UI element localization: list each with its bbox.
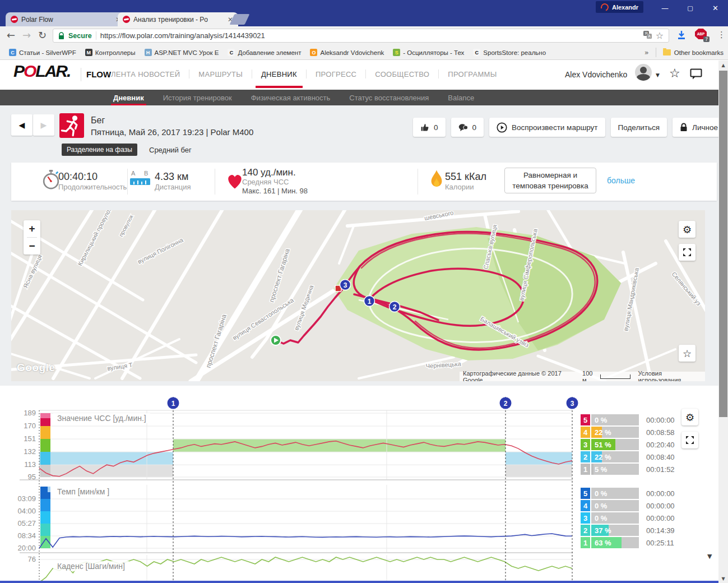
forward-button[interactable]: → bbox=[22, 29, 31, 41]
lock-icon bbox=[680, 123, 688, 132]
nav-item-2[interactable]: ДНЕВНИК bbox=[260, 70, 298, 78]
url-separator bbox=[96, 31, 96, 40]
zoom-in-button[interactable]: + bbox=[24, 220, 40, 237]
profile-badge[interactable]: Alexandr bbox=[596, 1, 643, 13]
nav-item-1[interactable]: МАРШРУТЫ bbox=[197, 70, 244, 78]
bookmark-item-3[interactable]: CДобавление элемент bbox=[223, 48, 305, 57]
bookmark-item-4[interactable]: OAleksandr Vdovichenk bbox=[305, 48, 388, 57]
comment-button[interactable]: 0 bbox=[451, 118, 484, 137]
phase-marker-3[interactable]: 3 bbox=[567, 397, 578, 409]
pace-zone-row-1[interactable]: 163 % bbox=[581, 537, 647, 548]
secure-label: Secure bbox=[68, 32, 92, 40]
scrollbar-down-arrow[interactable]: ▼ bbox=[718, 574, 728, 583]
tab-polar-flow[interactable]: Polar Flow ✕ bbox=[6, 12, 126, 26]
pace-zone-row-4[interactable]: 40 % bbox=[581, 500, 647, 511]
chart-fullscreen-icon[interactable] bbox=[681, 432, 698, 448]
hr-zone-row-4[interactable]: 422 % bbox=[581, 427, 647, 438]
zone-bar: 0 % bbox=[591, 414, 639, 425]
nav-item-5[interactable]: ПРОГРАММЫ bbox=[447, 70, 498, 78]
pace-zone-row-3[interactable]: 30 % bbox=[581, 512, 647, 524]
sub-nav-item-0[interactable]: Дневник bbox=[111, 90, 146, 105]
chart-dropdown-icon[interactable]: ▼ bbox=[707, 553, 712, 560]
chart-settings-gear-icon[interactable]: ⚙ bbox=[681, 409, 698, 425]
other-bookmarks-button[interactable]: Other bookmarks bbox=[674, 49, 724, 56]
bookmarks-overflow-icon[interactable]: » bbox=[640, 48, 653, 57]
map-settings-gear-icon[interactable]: ⚙ bbox=[679, 221, 695, 238]
training-benefit-button[interactable]: Равномерная и темповая тренировка bbox=[504, 168, 596, 193]
nav-item-0[interactable]: ЛЕНТА НОВОСТЕЙ bbox=[110, 70, 181, 78]
maximize-button[interactable]: ▢ bbox=[678, 0, 703, 16]
tab-training-analysis[interactable]: Анализ тренировки - Po ✕ bbox=[118, 12, 238, 26]
chevron-down-icon[interactable]: ▼ bbox=[656, 72, 660, 78]
adblock-count-badge: 7 bbox=[703, 36, 710, 42]
action-buttons: 0 0 Воспроизвести маршрут Поделиться Лич… bbox=[413, 118, 725, 137]
sub-nav-item-2[interactable]: Физическая активность bbox=[249, 90, 333, 105]
translate-icon[interactable]: ЯA bbox=[643, 31, 652, 41]
hr-legend: Значение ЧСС [уд./мин.] bbox=[53, 413, 150, 423]
sub-nav-item-4[interactable]: Balance bbox=[446, 90, 476, 105]
bookmark-favicon: М bbox=[85, 49, 92, 56]
map-canvas[interactable]: 3 1 2 Кирилицький провулокпровулокЯсна в… bbox=[11, 210, 705, 381]
flow-label[interactable]: FLOW bbox=[86, 70, 111, 79]
replay-route-button[interactable]: Воспроизвести маршрут bbox=[489, 118, 605, 137]
nav-item-3[interactable]: ПРОГРЕСС bbox=[314, 70, 358, 78]
bookmark-item-5[interactable]: S- Осцилляторы - Тех bbox=[388, 48, 469, 57]
hr-zone-row-1[interactable]: 15 % bbox=[581, 464, 647, 475]
hr-zone-row-2[interactable]: 222 % bbox=[581, 451, 647, 462]
close-button[interactable]: ✕ bbox=[703, 0, 728, 16]
url-text[interactable]: https://flow.polar.com/training/analysis… bbox=[100, 31, 265, 40]
zone-number: 3 bbox=[581, 439, 590, 450]
bookmark-star-icon[interactable]: ☆ bbox=[656, 30, 664, 41]
sub-nav-item-3[interactable]: Статус восстановления bbox=[347, 90, 431, 105]
phase-marker-1[interactable]: 1 bbox=[168, 397, 179, 409]
route-map[interactable]: 3 1 2 Кирилицький провулокпровулокЯсна в… bbox=[11, 210, 705, 381]
more-link[interactable]: больше bbox=[607, 176, 635, 185]
pace-zone-row-2[interactable]: 237 % bbox=[581, 525, 647, 536]
main-nav: ЛЕНТА НОВОСТЕЙМАРШРУТЫДНЕВНИКПРОГРЕСССОО… bbox=[110, 66, 498, 82]
bookmark-item-6[interactable]: CSportsStore: реально bbox=[469, 48, 550, 57]
scrollbar-up-arrow[interactable]: ▲ bbox=[718, 61, 728, 70]
map-zoom-control[interactable]: + − bbox=[24, 220, 40, 255]
prev-session-button[interactable]: ◀ bbox=[11, 114, 33, 136]
polar-logo[interactable]: POLAR. bbox=[13, 62, 70, 81]
map-favorite-star-icon[interactable]: ☆ bbox=[679, 345, 695, 362]
share-button[interactable]: Поделиться bbox=[611, 118, 667, 137]
bookmark-item-1[interactable]: МКонтроллеры bbox=[81, 48, 140, 57]
like-button[interactable]: 0 bbox=[413, 118, 446, 137]
nav-item-4[interactable]: СООБЩЕСТВО bbox=[374, 70, 430, 78]
svg-text:A: A bbox=[648, 34, 651, 38]
pace-zone-time-2: 00:14:39 bbox=[646, 526, 685, 535]
zone-number: 1 bbox=[581, 537, 590, 548]
reload-button[interactable]: ↻ bbox=[38, 29, 47, 41]
bookmark-item-2[interactable]: HASP.NET MVC Урок Е bbox=[140, 48, 224, 57]
feedback-icon[interactable] bbox=[690, 68, 702, 82]
hr-zone-row-3[interactable]: 351 % bbox=[581, 439, 647, 450]
sub-nav-item-1[interactable]: История тренировок bbox=[161, 90, 234, 105]
distance-label: Дистанция bbox=[155, 183, 191, 191]
download-icon[interactable] bbox=[676, 29, 687, 43]
scrollbar-thumb[interactable] bbox=[719, 71, 727, 417]
bookmark-label: Добавление элемент bbox=[238, 49, 301, 56]
favorites-star-icon[interactable]: ☆ bbox=[669, 66, 680, 80]
avatar[interactable] bbox=[635, 64, 652, 81]
menu-icon[interactable]: ⋮ bbox=[717, 30, 726, 40]
map-fullscreen-icon[interactable] bbox=[679, 244, 695, 261]
back-button[interactable]: ← bbox=[7, 29, 15, 41]
phase-marker-2[interactable]: 2 bbox=[500, 397, 512, 409]
minimize-button[interactable]: — bbox=[652, 0, 678, 16]
user-name[interactable]: Alex Vdovichenko bbox=[565, 70, 627, 79]
url-bar[interactable]: Secure https://flow.polar.com/training/a… bbox=[53, 29, 669, 43]
private-button[interactable]: Личное bbox=[673, 118, 725, 137]
play-circle-icon bbox=[497, 122, 507, 133]
distance-b-label: В bbox=[144, 170, 148, 177]
map-terms-link[interactable]: Условия использования bbox=[638, 370, 702, 382]
map-scale: 100 м bbox=[582, 370, 630, 382]
hr-zone-row-5[interactable]: 50 % bbox=[581, 414, 647, 425]
adblock-icon[interactable]: ABP 7 bbox=[695, 29, 708, 40]
sport-title: Бег bbox=[91, 115, 105, 126]
bookmark-item-0[interactable]: ССтатьи - SilverWPF bbox=[4, 48, 81, 57]
pace-zone-row-5[interactable]: 50 % bbox=[581, 488, 647, 499]
bookmark-favicon: O bbox=[310, 49, 317, 56]
next-session-button[interactable]: ▶ bbox=[33, 114, 54, 136]
zoom-out-button[interactable]: − bbox=[24, 238, 40, 255]
